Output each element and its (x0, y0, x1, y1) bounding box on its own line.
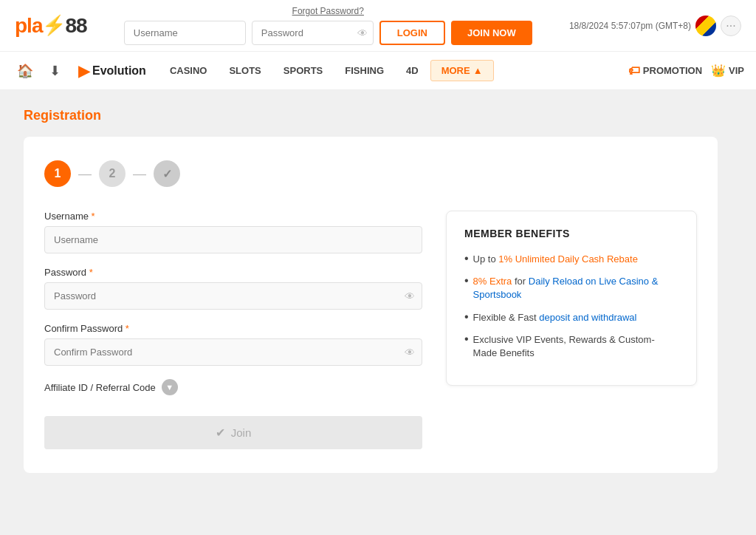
username-field[interactable] (44, 226, 422, 253)
step-1: 1 (44, 160, 71, 187)
nav-vip[interactable]: 👑 VIP (711, 64, 744, 78)
affiliate-label: Affiliate ID / Referral Code (44, 382, 156, 393)
navbar: 🏠 ⬇ ▶ Evolution CASINO SLOTS SPORTS FISH… (0, 52, 756, 90)
settings-button[interactable]: ··· (721, 16, 741, 36)
promo-icon: 🏷 (628, 64, 640, 78)
home-icon[interactable]: 🏠 (12, 58, 38, 84)
logo: pla⚡88 (15, 14, 87, 38)
password-input-wrap: 👁 (44, 282, 422, 310)
forgot-password-link[interactable]: Forgot Password? (292, 6, 364, 16)
password-eye-icon: 👁 (357, 27, 368, 39)
password-group: Password * 👁 (44, 267, 422, 310)
step-dash-1: — (78, 166, 92, 182)
form-benefits-container: Username * Password * 👁 (44, 211, 697, 449)
header-password-wrap: 👁 (252, 21, 374, 45)
page-title: Registration (24, 108, 732, 123)
crown-icon: 👑 (711, 64, 726, 78)
nav-casino[interactable]: CASINO (159, 61, 218, 81)
confirm-input-wrap: 👁 (44, 338, 422, 366)
header-center: Forgot Password? 👁 LOGIN JOIN NOW (124, 6, 532, 45)
nav-sports[interactable]: SPORTS (273, 61, 333, 81)
confirm-password-group: Confirm Password * 👁 (44, 323, 422, 366)
benefit-item-1: Up to 1% Unlimited Daily Cash Rebate (464, 253, 678, 266)
login-button[interactable]: LOGIN (379, 21, 445, 45)
benefits-title: MEMBER BENEFITS (464, 228, 678, 239)
nav-more[interactable]: MORE ▲ (430, 60, 494, 81)
nav-right: 🏷 PROMOTION 👑 VIP (628, 64, 744, 78)
evolution-label: Evolution (92, 64, 146, 78)
join-check-icon: ✔ (216, 426, 225, 440)
step-dash-2: — (133, 166, 146, 182)
join-form-button[interactable]: ✔ Join (44, 416, 422, 449)
benefit-item-4: Exclusive VIP Events, Rewards & Custom-M… (464, 333, 678, 360)
benefits-list: Up to 1% Unlimited Daily Cash Rebate 8% … (464, 253, 678, 360)
affiliate-expand-icon[interactable]: ▼ (162, 379, 178, 395)
nav-fishing[interactable]: FISHING (334, 61, 394, 81)
registration-card: 1 — 2 — ✓ Username * (24, 137, 718, 473)
evolution-logo: ▶ Evolution (78, 62, 146, 80)
password-label: Password * (44, 267, 422, 278)
download-icon[interactable]: ⬇ (41, 58, 68, 84)
join-now-button[interactable]: JOIN NOW (451, 21, 532, 45)
confirm-password-field[interactable] (44, 338, 422, 366)
benefit-item-2: 8% Extra for Daily Reload on Live Casino… (464, 275, 678, 301)
nav-links: CASINO SLOTS SPORTS FISHING 4D MORE ▲ (159, 60, 494, 81)
logo-lightning: ⚡ (42, 14, 65, 37)
nav-4d[interactable]: 4D (396, 61, 429, 81)
password-field[interactable] (44, 282, 422, 310)
datetime-display: 18/8/2024 5:57:07pm (GMT+8) (569, 21, 691, 31)
evolution-arrow-icon: ▶ (78, 62, 89, 80)
nav-slots[interactable]: SLOTS (219, 61, 271, 81)
password-toggle-icon[interactable]: 👁 (405, 290, 415, 302)
password-required: * (89, 267, 93, 278)
username-label: Username * (44, 211, 422, 222)
username-group: Username * (44, 211, 422, 253)
header-username-input[interactable] (124, 21, 246, 45)
step-2: 2 (99, 160, 126, 187)
step-done: ✓ (154, 160, 180, 187)
benefits-card: MEMBER BENEFITS Up to 1% Unlimited Daily… (446, 211, 697, 386)
main-content: Registration 1 — 2 — ✓ Username * (0, 90, 756, 535)
join-button-wrap: ✔ Join (44, 416, 422, 449)
header-inputs: 👁 LOGIN JOIN NOW (124, 21, 532, 45)
nav-promotion[interactable]: 🏷 PROMOTION (628, 64, 702, 78)
affiliate-row[interactable]: Affiliate ID / Referral Code ▼ (44, 379, 422, 395)
confirm-password-label: Confirm Password * (44, 323, 422, 334)
header-top: pla⚡88 Forgot Password? 👁 LOGIN JOIN NOW… (0, 0, 756, 52)
header-right: 18/8/2024 5:57:07pm (GMT+8) ··· (569, 16, 741, 36)
flag-icon[interactable] (695, 16, 716, 36)
username-required: * (92, 211, 95, 222)
registration-form: Username * Password * 👁 (44, 211, 422, 449)
chevron-up-icon: ▲ (473, 65, 483, 76)
header-password-input[interactable] (252, 21, 374, 45)
benefit-item-3: Flexible & Fast deposit and withdrawal (464, 311, 678, 324)
confirm-toggle-icon[interactable]: 👁 (405, 347, 415, 358)
confirm-required: * (126, 323, 129, 334)
logo-number: 88 (65, 14, 86, 38)
logo-text: pla (15, 14, 42, 38)
steps-indicator: 1 — 2 — ✓ (44, 160, 697, 187)
